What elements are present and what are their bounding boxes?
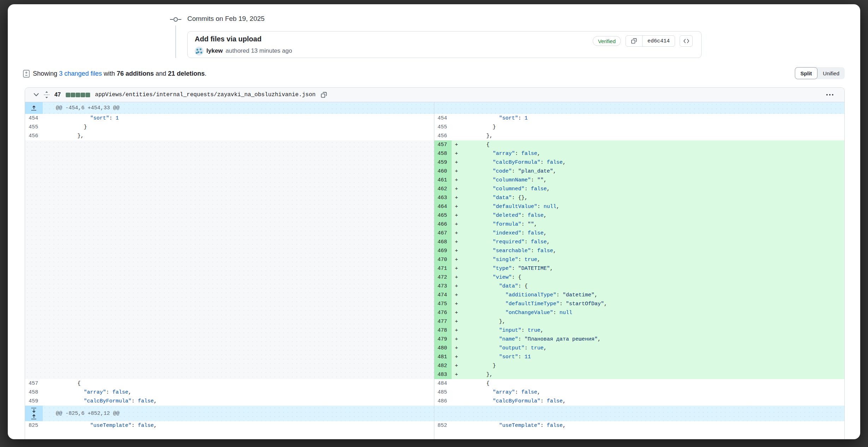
code-line: "sort": 11 (461, 353, 531, 361)
diff-added-cell: 465+ "deleted": false, (434, 211, 844, 220)
diff-added-cell: 470+ "single": true, (434, 255, 844, 264)
copy-sha-button[interactable] (626, 36, 642, 46)
line-number[interactable]: 474 (434, 291, 452, 300)
line-number[interactable]: 461 (434, 176, 452, 185)
diff-empty-cell (25, 246, 434, 255)
chevron-down-icon[interactable] (34, 93, 39, 97)
line-number[interactable]: 469 (434, 246, 452, 255)
timeline-line (175, 25, 176, 58)
code-line: "sort": 1 (52, 114, 119, 123)
diff-view-toggle: Split Unified (795, 67, 845, 79)
line-number[interactable]: 475 (434, 300, 452, 308)
unified-view-button[interactable]: Unified (817, 67, 845, 79)
diff-added-cell: 471+ "type": "DATETIME", (434, 264, 844, 273)
diff-marker: + (452, 317, 461, 326)
line-number[interactable]: 468 (434, 238, 452, 246)
line-number[interactable]: 485 (434, 388, 452, 397)
line-number[interactable]: 463 (434, 193, 452, 202)
file-path-link[interactable]: appViews/entities/internal_requests/zaya… (95, 92, 316, 98)
code-line: }, (461, 317, 505, 326)
code-line: "output": true, (461, 344, 547, 353)
expand-down-up-button[interactable] (25, 406, 43, 421)
diff-empty-cell (25, 308, 434, 317)
line-number[interactable]: 473 (434, 282, 452, 291)
line-number[interactable]: 471 (434, 264, 452, 273)
diff-empty-cell (25, 229, 434, 238)
line-number[interactable]: 457 (25, 379, 43, 388)
expand-up-button[interactable] (25, 102, 43, 114)
diff-empty-cell (25, 176, 434, 185)
code-line: }, (52, 132, 84, 140)
kebab-icon[interactable] (825, 91, 835, 99)
copy-path-icon[interactable] (321, 92, 327, 98)
line-number[interactable]: 464 (434, 202, 452, 211)
line-number[interactable]: 481 (434, 353, 452, 361)
diff-context-cell: 459 "calcByFormula": false, (25, 397, 434, 406)
avatar[interactable] (195, 47, 204, 56)
file-header: 47 appViews/entities/internal_requests/z… (25, 88, 844, 102)
line-number[interactable]: 454 (25, 114, 43, 123)
diff-marker: + (452, 211, 461, 220)
move-handle-icon[interactable] (44, 91, 49, 99)
diff-marker: + (452, 158, 461, 167)
line-number[interactable]: 484 (434, 379, 452, 388)
changed-files-link[interactable]: 3 changed files (59, 70, 102, 77)
changed-files-summary: Showing 3 changed files with 76 addition… (23, 70, 206, 78)
line-number[interactable]: 467 (434, 229, 452, 238)
line-number[interactable]: 455 (25, 123, 43, 132)
code-line: "formula": "", (461, 220, 537, 229)
diff-context-cell: 454 "sort": 1 (434, 114, 844, 123)
line-number[interactable]: 480 (434, 344, 452, 353)
file-diff-box: 47 appViews/entities/internal_requests/z… (25, 87, 845, 439)
diff-context-cell: 455 } (25, 123, 434, 132)
diff-empty-cell (25, 149, 434, 158)
line-number[interactable]: 458 (434, 149, 452, 158)
diff-added-cell: 481+ "sort": 11 (434, 353, 844, 361)
commit-sha-button[interactable]: ed6c414 (642, 36, 675, 46)
line-number[interactable]: 486 (434, 397, 452, 406)
diff-empty-cell (25, 238, 434, 246)
line-number[interactable]: 459 (25, 397, 43, 406)
diff-row: 825 "useTemplate": false,852 "useTemplat… (25, 421, 844, 430)
line-number[interactable]: 482 (434, 361, 452, 370)
diff-empty-cell (25, 317, 434, 326)
line-number[interactable]: 462 (434, 185, 452, 193)
diff-added-cell: 464+ "defaultValue": null, (434, 202, 844, 211)
diff-added-cell: 472+ "view": { (434, 273, 844, 282)
line-number[interactable]: 472 (434, 273, 452, 282)
diff-marker (43, 421, 52, 430)
line-number[interactable]: 476 (434, 308, 452, 317)
line-number[interactable]: 460 (434, 167, 452, 176)
line-number[interactable]: 483 (434, 370, 452, 379)
diff-added-cell: 478+ "input": true, (434, 326, 844, 335)
line-number[interactable]: 466 (434, 220, 452, 229)
line-number[interactable]: 479 (434, 335, 452, 344)
line-number[interactable]: 465 (434, 211, 452, 220)
line-number[interactable]: 456 (434, 132, 452, 140)
split-view-button[interactable]: Split (795, 67, 818, 79)
code-line: "indexed": false, (461, 229, 547, 238)
line-number[interactable]: 458 (25, 388, 43, 397)
line-number[interactable]: 455 (434, 123, 452, 132)
commit-card-actions: Verified ed6c414 (593, 35, 693, 47)
diff-marker: + (452, 353, 461, 361)
line-number[interactable]: 478 (434, 326, 452, 335)
line-number[interactable]: 477 (434, 317, 452, 326)
line-number[interactable]: 457 (434, 140, 452, 149)
diff-empty-cell (25, 158, 434, 167)
copy-icon (631, 38, 637, 44)
line-number[interactable]: 459 (434, 158, 452, 167)
line-number[interactable]: 825 (25, 421, 43, 430)
line-number[interactable]: 852 (434, 421, 452, 430)
line-number[interactable]: 470 (434, 255, 452, 264)
diff-empty-cell (25, 282, 434, 291)
code-line: } (461, 123, 496, 132)
diff-context-cell: 852 "useTemplate": false, (434, 421, 844, 430)
line-number[interactable]: 456 (25, 132, 43, 140)
author-login-link[interactable]: lykew (206, 47, 223, 54)
browse-code-button[interactable] (680, 35, 693, 47)
verified-badge[interactable]: Verified (593, 36, 621, 46)
code-line: "input": true, (461, 326, 544, 335)
line-number[interactable]: 454 (434, 114, 452, 123)
diff-row: 479+ "name": "Плановая дата решения", (25, 335, 844, 344)
